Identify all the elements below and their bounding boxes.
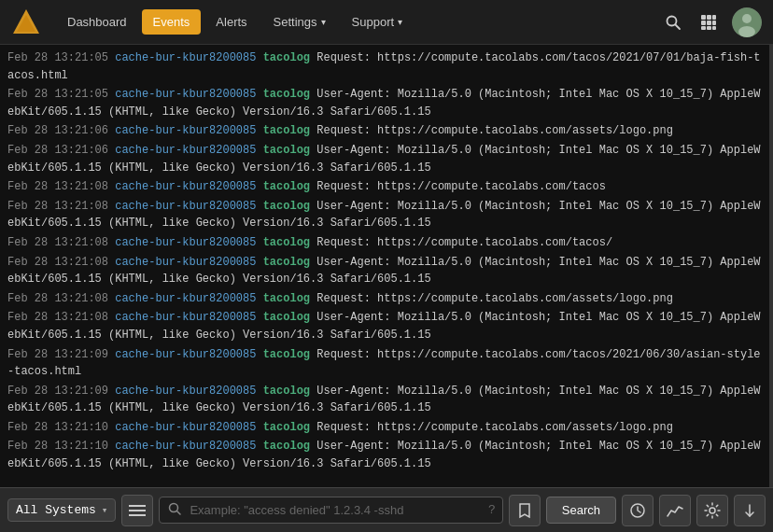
svg-rect-9 bbox=[712, 21, 716, 25]
log-host: cache-bur-kbur8200085 bbox=[115, 51, 262, 64]
svg-line-20 bbox=[177, 511, 181, 514]
log-host: cache-bur-kbur8200085 bbox=[115, 180, 262, 193]
log-host: cache-bur-kbur8200085 bbox=[115, 88, 262, 101]
nav-dashboard[interactable]: Dashboard bbox=[56, 9, 138, 35]
log-timestamp: Feb 28 13:21:10 bbox=[7, 421, 115, 434]
log-host: cache-bur-kbur8200085 bbox=[115, 311, 262, 324]
svg-line-3 bbox=[676, 24, 681, 29]
log-line: Feb 28 13:21:08 cache-bur-kbur8200085 ta… bbox=[7, 233, 762, 253]
system-selector-label: All Systems bbox=[16, 503, 96, 517]
nav-support[interactable]: Support ▾ bbox=[341, 9, 415, 35]
nav-events[interactable]: Events bbox=[142, 9, 202, 35]
log-timestamp: Feb 28 13:21:08 bbox=[7, 200, 115, 213]
log-tag: tacolog bbox=[263, 124, 317, 137]
log-timestamp: Feb 28 13:21:06 bbox=[7, 144, 115, 157]
avatar[interactable] bbox=[732, 7, 762, 37]
log-host: cache-bur-kbur8200085 bbox=[115, 124, 262, 137]
expand-button[interactable] bbox=[734, 495, 766, 526]
log-host: cache-bur-kbur8200085 bbox=[115, 236, 262, 249]
log-timestamp: Feb 28 13:21:08 bbox=[7, 311, 115, 324]
log-tag: tacolog bbox=[263, 256, 317, 269]
svg-rect-7 bbox=[701, 21, 706, 25]
log-timestamp: Feb 28 13:21:06 bbox=[7, 124, 115, 137]
svg-rect-5 bbox=[707, 15, 711, 20]
log-timestamp: Feb 28 13:21:10 bbox=[7, 440, 115, 453]
log-host: cache-bur-kbur8200085 bbox=[115, 200, 262, 213]
log-tag: tacolog bbox=[263, 440, 317, 453]
log-timestamp: Feb 28 13:21:09 bbox=[7, 385, 115, 398]
log-area: Feb 28 13:21:05 cache-bur-kbur8200085 ta… bbox=[0, 45, 773, 487]
svg-point-15 bbox=[738, 26, 755, 37]
log-timestamp: Feb 28 13:21:08 bbox=[7, 180, 115, 193]
top-navigation: Dashboard Events Alerts Settings ▾ Suppo… bbox=[0, 0, 773, 45]
svg-point-14 bbox=[742, 14, 752, 23]
svg-rect-6 bbox=[712, 15, 716, 20]
bookmark-button[interactable] bbox=[509, 495, 541, 526]
search-input[interactable] bbox=[159, 497, 502, 524]
nav-settings[interactable]: Settings ▾ bbox=[262, 9, 337, 35]
log-line: Feb 28 13:21:08 cache-bur-kbur8200085 ta… bbox=[7, 289, 762, 309]
log-host: cache-bur-kbur8200085 bbox=[115, 421, 262, 434]
log-timestamp: Feb 28 13:21:08 bbox=[7, 292, 115, 305]
search-help-icon[interactable]: ? bbox=[488, 503, 496, 517]
bottom-bar: All Systems ▾ ? Search bbox=[0, 487, 773, 532]
log-tag: tacolog bbox=[263, 311, 317, 324]
search-icon bbox=[168, 502, 181, 519]
nav-right bbox=[661, 7, 762, 37]
menu-button[interactable] bbox=[121, 495, 153, 526]
log-line: Feb 28 13:21:08 cache-bur-kbur8200085 ta… bbox=[7, 308, 762, 344]
grid-nav-button[interactable] bbox=[696, 10, 721, 35]
log-host: cache-bur-kbur8200085 bbox=[115, 440, 262, 453]
log-tag: tacolog bbox=[263, 144, 317, 157]
log-line: Feb 28 13:21:05 cache-bur-kbur8200085 ta… bbox=[7, 49, 762, 85]
nav-alerts[interactable]: Alerts bbox=[204, 9, 258, 35]
log-tag: tacolog bbox=[263, 200, 317, 213]
log-line: Feb 28 13:21:06 cache-bur-kbur8200085 ta… bbox=[7, 121, 762, 141]
log-host: cache-bur-kbur8200085 bbox=[115, 385, 262, 398]
log-timestamp: Feb 28 13:21:09 bbox=[7, 348, 115, 361]
log-timestamp: Feb 28 13:21:05 bbox=[7, 88, 115, 101]
log-host: cache-bur-kbur8200085 bbox=[115, 144, 262, 157]
log-message: Request: https://compute.tacolabs.com/as… bbox=[316, 421, 673, 434]
log-line: Feb 28 13:21:09 cache-bur-kbur8200085 ta… bbox=[7, 382, 762, 418]
svg-rect-4 bbox=[701, 15, 706, 20]
svg-point-22 bbox=[710, 508, 715, 513]
log-line: Feb 28 13:21:09 cache-bur-kbur8200085 ta… bbox=[7, 345, 762, 382]
log-tag: tacolog bbox=[263, 180, 317, 193]
log-tag: tacolog bbox=[263, 236, 317, 249]
log-host: cache-bur-kbur8200085 bbox=[115, 256, 262, 269]
log-message: Request: https://compute.tacolabs.com/as… bbox=[316, 292, 673, 305]
logo bbox=[11, 7, 41, 37]
log-line: Feb 28 13:21:05 cache-bur-kbur8200085 ta… bbox=[7, 85, 762, 121]
log-tag: tacolog bbox=[263, 348, 317, 361]
log-tag: tacolog bbox=[263, 88, 317, 101]
log-host: cache-bur-kbur8200085 bbox=[115, 348, 262, 361]
svg-rect-8 bbox=[707, 21, 711, 25]
log-line: Feb 28 13:21:08 cache-bur-kbur8200085 ta… bbox=[7, 253, 762, 289]
history-button[interactable] bbox=[622, 495, 654, 526]
system-selector[interactable]: All Systems ▾ bbox=[7, 498, 116, 522]
log-tag: tacolog bbox=[263, 385, 317, 398]
nav-items: Dashboard Events Alerts Settings ▾ Suppo… bbox=[56, 9, 661, 35]
support-chevron-icon: ▾ bbox=[398, 17, 402, 27]
log-line: Feb 28 13:21:08 cache-bur-kbur8200085 ta… bbox=[7, 197, 762, 233]
log-message: Request: https://compute.tacolabs.com/ta… bbox=[316, 180, 606, 193]
search-wrapper: ? bbox=[159, 497, 502, 524]
log-tag: tacolog bbox=[263, 51, 317, 64]
log-line: Feb 28 13:21:06 cache-bur-kbur8200085 ta… bbox=[7, 141, 762, 177]
system-selector-chevron-icon: ▾ bbox=[102, 504, 108, 516]
log-timestamp: Feb 28 13:21:08 bbox=[7, 236, 115, 249]
log-timestamp: Feb 28 13:21:08 bbox=[7, 256, 115, 269]
svg-rect-11 bbox=[707, 26, 711, 30]
log-tag: tacolog bbox=[263, 421, 317, 434]
svg-rect-12 bbox=[712, 26, 716, 30]
settings-chevron-icon: ▾ bbox=[321, 17, 326, 27]
graph-button[interactable] bbox=[659, 495, 691, 526]
settings-button[interactable] bbox=[696, 495, 728, 526]
log-message: Request: https://compute.tacolabs.com/as… bbox=[316, 124, 673, 137]
log-message: Request: https://compute.tacolabs.com/ta… bbox=[316, 236, 612, 249]
svg-rect-10 bbox=[701, 26, 706, 30]
search-button[interactable]: Search bbox=[546, 497, 616, 524]
log-tag: tacolog bbox=[263, 292, 317, 305]
search-nav-button[interactable] bbox=[661, 10, 685, 35]
